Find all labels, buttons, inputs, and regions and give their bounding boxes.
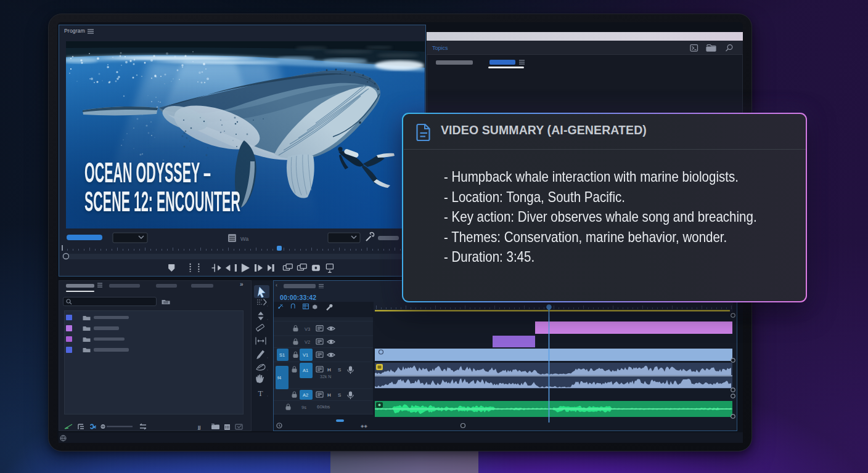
svg-text:ϳϳ: ϳϳ [197,424,200,430]
svg-text:V2: V2 [305,339,310,345]
svg-text:A2: A2 [303,392,308,398]
svg-text:9s: 9s [301,405,306,410]
svg-text:OCEAN ODYSSEY –: OCEAN ODYSSEY – [84,156,211,189]
svg-text:H: H [327,367,331,373]
svg-text:f4: f4 [277,375,281,381]
svg-text:,: , [267,303,268,307]
svg-text:,: , [267,317,268,320]
svg-text:H: H [327,392,331,398]
svg-text:V3: V3 [305,326,310,332]
svg-text:Wa: Wa [240,236,248,242]
svg-text:,: , [267,393,268,397]
svg-text:S1: S1 [279,352,285,358]
svg-text:32k N: 32k N [320,374,331,379]
svg-text:◈◈: ◈◈ [361,424,367,428]
svg-text:V1: V1 [303,352,308,358]
svg-text:,: , [267,367,268,371]
svg-text:A1: A1 [303,368,308,373]
svg-text:T: T [258,389,263,398]
svg-text:S: S [338,392,341,398]
svg-text:S: S [338,367,341,373]
svg-text:SCENE 12: ENCOUNTER: SCENE 12: ENCOUNTER [84,185,240,218]
svg-text:60kbs: 60kbs [317,404,330,410]
svg-text:,: , [267,355,268,358]
